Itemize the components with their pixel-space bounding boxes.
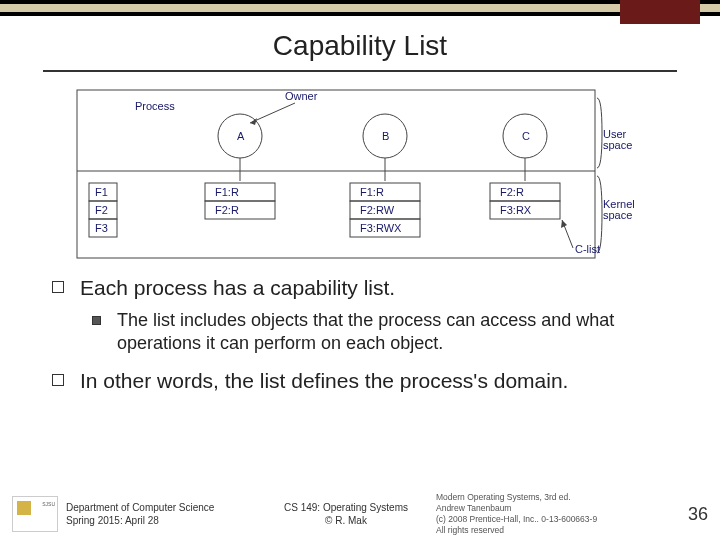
svg-marker-34 (561, 220, 567, 228)
slide-top-bar (0, 0, 720, 16)
svg-text:F2:R: F2:R (500, 186, 524, 198)
slide-footer: Department of Computer Science Spring 20… (0, 494, 720, 540)
title-underline (43, 70, 677, 72)
label-user-space: Userspace (603, 128, 632, 151)
footer-course: CS 149: Operating Systems © R. Mak (256, 501, 436, 527)
capability-diagram: Userspace Kernelspace Owner Process A B … (75, 88, 645, 263)
label-clist: C-list (575, 243, 600, 255)
square-bullet-icon (52, 374, 64, 386)
svg-line-2 (250, 103, 295, 123)
filled-square-bullet-icon (92, 316, 101, 325)
svg-text:F1: F1 (95, 186, 108, 198)
bullet-1: Each process has a capability list. (52, 275, 678, 301)
slide-body: Each process has a capability list. The … (0, 275, 720, 395)
svg-text:F2: F2 (95, 204, 108, 216)
svg-text:A: A (237, 130, 245, 142)
svg-text:F1:R: F1:R (360, 186, 384, 198)
svg-text:C: C (522, 130, 530, 142)
square-bullet-icon (52, 281, 64, 293)
svg-text:B: B (382, 130, 389, 142)
svg-text:F1:R: F1:R (215, 186, 239, 198)
bullet-2: In other words, the list defines the pro… (52, 368, 678, 394)
footer-reference: Modern Operating Systems, 3rd ed. Andrew… (436, 492, 680, 536)
svg-text:F2:RW: F2:RW (360, 204, 395, 216)
slide-title: Capability List (0, 30, 720, 62)
svg-text:F3: F3 (95, 222, 108, 234)
label-process: Process (135, 100, 175, 112)
bullet-1-sub-text: The list includes objects that the proce… (117, 309, 678, 354)
label-owner: Owner (285, 90, 318, 102)
label-kernel-space: Kernelspace (603, 198, 635, 221)
sjsu-logo (12, 496, 58, 532)
bullet-1-text: Each process has a capability list. (80, 275, 395, 301)
bullet-1-sub: The list includes objects that the proce… (92, 309, 678, 354)
page-number: 36 (688, 504, 708, 525)
svg-text:F3:RWX: F3:RWX (360, 222, 402, 234)
footer-dept: Department of Computer Science Spring 20… (66, 501, 256, 527)
bullet-2-text: In other words, the list defines the pro… (80, 368, 568, 394)
svg-text:F3:RX: F3:RX (500, 204, 532, 216)
svg-text:F2:R: F2:R (215, 204, 239, 216)
